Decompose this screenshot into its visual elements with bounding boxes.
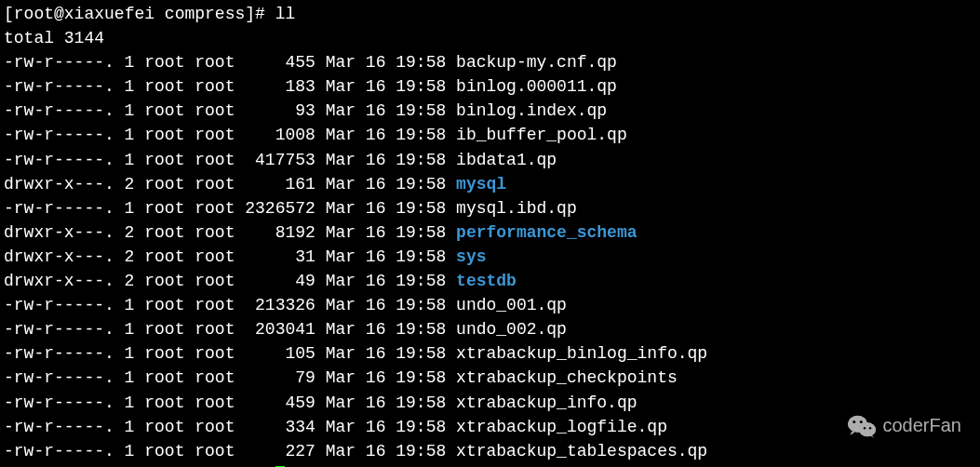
command-text: ll — [275, 5, 296, 23]
prompt-bracket: [ — [4, 5, 14, 23]
file-name: xtrabackup_checkpoints — [456, 368, 678, 387]
svg-point-6 — [852, 420, 855, 423]
file-listing-row: -rw-r-----. 1 root root 334 Mar 16 19:58… — [4, 415, 976, 439]
file-listing-row: -rw-r-----. 1 root root 455 Mar 16 19:58… — [4, 50, 976, 74]
svg-point-7 — [859, 420, 862, 423]
file-name: backup-my.cnf.qp — [456, 53, 617, 72]
prompt-close: ]# — [245, 5, 275, 23]
file-listing-row: -rw-r-----. 1 root root 93 Mar 16 19:58 … — [4, 99, 976, 123]
file-listing-row: -rw-r-----. 1 root root 79 Mar 16 19:58 … — [4, 366, 976, 390]
file-listing-row: -rw-r-----. 1 root root 417753 Mar 16 19… — [4, 148, 976, 172]
file-listing-row: -rw-r-----. 1 root root 459 Mar 16 19:58… — [4, 391, 976, 415]
file-name: ib_buffer_pool.qp — [456, 126, 627, 144]
file-listing-row: -rw-r-----. 1 root root 203041 Mar 16 19… — [4, 317, 976, 341]
file-name: xtrabackup_logfile.qp — [456, 418, 667, 436]
file-name: xtrabackup_binlog_info.qp — [456, 344, 707, 363]
prompt-user-host: root@xiaxuefei compress — [14, 5, 245, 23]
file-name: undo_002.qp — [456, 320, 567, 339]
file-name: ibdata1.qp — [456, 151, 557, 169]
watermark: coderFan — [848, 412, 962, 439]
file-listing-row: drwxr-x---. 2 root root 8192 Mar 16 19:5… — [4, 220, 976, 245]
terminal-output[interactable]: [root@xiaxuefei compress]# lltotal 3144-… — [4, 2, 976, 467]
file-name: performance_schema — [456, 223, 637, 242]
file-name: testdb — [456, 272, 517, 290]
file-listing-row: -rw-r-----. 1 root root 183 Mar 16 19:58… — [4, 74, 976, 99]
file-name: mysql.ibd.qp — [456, 199, 577, 218]
total-line: total 3144 — [4, 26, 976, 50]
file-listing-row: -rw-r-----. 1 root root 213326 Mar 16 19… — [4, 293, 976, 317]
file-name: xtrabackup_info.qp — [456, 394, 637, 412]
file-listing-row: drwxr-x---. 2 root root 49 Mar 16 19:58 … — [4, 269, 976, 293]
watermark-text: coderFan — [883, 412, 962, 439]
file-name: binlog.000011.qp — [456, 77, 617, 96]
file-name: xtrabackup_tablespaces.qp — [456, 442, 707, 460]
wechat-icon — [848, 414, 876, 438]
file-listing-row: -rw-r-----. 1 root root 227 Mar 16 19:58… — [4, 439, 976, 463]
file-name: sys — [456, 247, 486, 266]
file-listing-row: -rw-r-----. 1 root root 105 Mar 16 19:58… — [4, 341, 976, 366]
file-name: mysql — [456, 175, 506, 193]
prompt-line[interactable]: [root@xiaxuefei compress]# — [4, 463, 976, 467]
file-listing-row: drwxr-x---. 2 root root 31 Mar 16 19:58 … — [4, 245, 976, 269]
prompt-line: [root@xiaxuefei compress]# ll — [4, 2, 976, 26]
file-listing-row: -rw-r-----. 1 root root 1008 Mar 16 19:5… — [4, 123, 976, 147]
svg-point-9 — [868, 427, 870, 429]
file-listing-row: drwxr-x---. 2 root root 161 Mar 16 19:58… — [4, 172, 976, 196]
file-name: undo_001.qp — [456, 296, 567, 314]
svg-point-5 — [859, 422, 876, 436]
svg-point-8 — [863, 427, 865, 429]
file-name: binlog.index.qp — [456, 101, 607, 120]
file-listing-row: -rw-r-----. 1 root root 2326572 Mar 16 1… — [4, 196, 976, 220]
